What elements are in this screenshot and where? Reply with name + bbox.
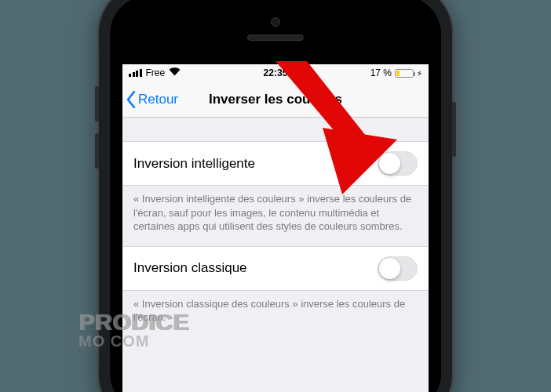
row-classic-invert[interactable]: Inversion classique (122, 246, 429, 291)
chevron-left-icon (126, 91, 137, 108)
charging-icon: ⚡︎ (417, 69, 422, 78)
earpiece-speaker (247, 34, 304, 41)
status-bar: Free 22:35 17 % ⚡︎ (122, 64, 429, 82)
nav-bar: Retour Inverser les couleurs (122, 82, 429, 118)
watermark-line1: PRODICE (78, 309, 188, 336)
volume-up-button (95, 86, 99, 122)
row-label: Inversion classique (133, 260, 247, 276)
toggle-smart-invert[interactable] (378, 151, 418, 176)
row-smart-invert-footer: « Inversion intelligente des couleurs » … (122, 186, 429, 246)
row-smart-invert[interactable]: Inversion intelligente (122, 141, 429, 186)
power-button (452, 102, 456, 157)
back-label: Retour (138, 92, 178, 107)
wifi-icon (169, 67, 181, 78)
front-camera (271, 17, 280, 27)
battery-icon (395, 69, 414, 78)
clock: 22:35 (264, 67, 288, 78)
watermark: PRODICE MO COM (78, 309, 188, 350)
toggle-classic-invert[interactable] (378, 256, 418, 281)
back-button[interactable]: Retour (122, 91, 178, 108)
phone-sensors (247, 17, 304, 41)
volume-down-button (95, 133, 99, 169)
carrier-label: Free (146, 67, 166, 78)
signal-icon (129, 69, 142, 77)
row-label: Inversion intelligente (133, 156, 255, 172)
watermark-line2: MO COM (78, 332, 188, 350)
battery-percent: 17 % (370, 67, 392, 78)
